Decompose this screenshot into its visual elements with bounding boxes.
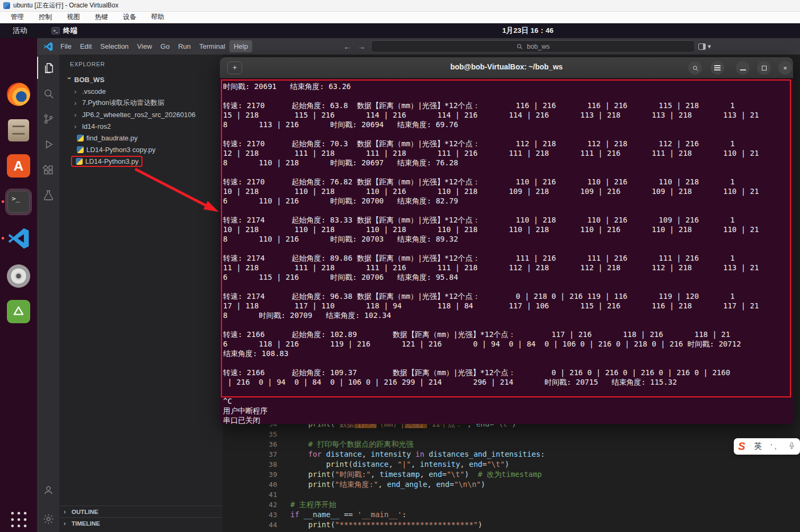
terminal-titlebar[interactable]: + bob@bob-VirtualBox: ~/bob_ws × [220, 57, 793, 78]
dock-firefox[interactable] [6, 82, 31, 107]
line-number: 44 [223, 520, 277, 530]
chevron-down-icon: ▾ [707, 42, 711, 50]
sogou-logo-icon[interactable]: S [738, 440, 745, 453]
extensions-icon[interactable] [37, 158, 59, 181]
vscode-menubar: File Edit Selection View Go Run Terminal… [37, 38, 800, 55]
activities-button[interactable]: 活动 [8, 25, 31, 37]
code-text: print(distance, "|", intensity, end="\t"… [277, 459, 509, 469]
code-editor[interactable]: 34 print("数据【距离（mm）|光强】*12个点：", end="\t"… [223, 419, 797, 530]
line-number: 41 [223, 490, 277, 500]
vscode-menu-item[interactable]: Go [156, 40, 174, 52]
vscode-menu-item[interactable]: Help [229, 40, 252, 52]
terminal-search-button[interactable] [688, 61, 702, 75]
code-text: print("时间戳:", timestamp, end="\t") # 改为t… [277, 469, 542, 480]
clock[interactable]: 1月23日 16：46 [502, 26, 554, 36]
code-line[interactable]: 38 print(distance, "|", intensity, end="… [223, 459, 797, 469]
code-line[interactable]: 35 [223, 429, 797, 439]
dock-vscode[interactable] [6, 226, 31, 251]
code-line[interactable]: 43if __name__ == '__main__': [223, 510, 797, 520]
explorer-item-label: JP6.2_wheeltec_ros2_src_20260106 [82, 111, 195, 119]
dock-recycle[interactable] [6, 299, 31, 324]
virtualbox-menu-item[interactable]: 热键 [88, 12, 114, 23]
vscode-menu-item[interactable]: Selection [96, 40, 132, 52]
dock-terminal[interactable]: >_ [6, 189, 31, 215]
python-file-icon [77, 135, 84, 141]
outline-label: OUTLINE [72, 509, 98, 515]
code-line[interactable]: 40 print("结束角度:", end_angle, end="\n\n") [223, 480, 797, 490]
close-button[interactable]: × [778, 61, 792, 75]
focused-app-menu[interactable]: >_ 终端 [51, 26, 77, 36]
source-control-icon[interactable] [37, 108, 59, 130]
hamburger-menu-button[interactable] [710, 61, 724, 75]
terminal-app-icon: >_ [51, 27, 60, 34]
settings-gear-icon[interactable] [37, 508, 59, 530]
screen: ubuntu [正在运行] - Oracle VirtualBox 管理 控制 … [0, 0, 800, 532]
testing-icon[interactable] [37, 184, 59, 206]
ime-toolbar[interactable]: S 英 '， [734, 438, 800, 455]
dock-ubuntu-software[interactable]: A [6, 153, 31, 179]
workspace-root-label: BOB_WS [74, 76, 104, 84]
code-line[interactable]: 41 [223, 490, 797, 500]
virtualbox-menu-item[interactable]: 设备 [117, 12, 143, 23]
account-icon[interactable] [37, 478, 59, 501]
microphone-icon[interactable] [788, 441, 796, 453]
code-line[interactable]: 42# 主程序开始 [223, 500, 797, 510]
code-line[interactable]: 39 print("时间戳:", timestamp, end="\t") # … [223, 469, 797, 480]
explorer-icon[interactable] [37, 57, 59, 79]
virtualbox-menu-item[interactable]: 视图 [60, 12, 86, 23]
search-icon[interactable] [37, 82, 59, 104]
show-applications-button[interactable] [9, 510, 28, 529]
virtualbox-menu-item[interactable]: 控制 [32, 12, 58, 23]
explorer-tree: › BOB_WS › .vscode › [59, 74, 223, 167]
explorer-item-label: 7.Python读取乐动雷达数据 [82, 98, 164, 108]
explorer-item[interactable]: › find_baudrate.py [59, 132, 223, 144]
terminal-window: + bob@bob-VirtualBox: ~/bob_ws × 时间戳: 20… [220, 57, 793, 424]
vscode-menu-item[interactable]: Run [174, 40, 195, 52]
virtualbox-menu-item[interactable]: 帮助 [145, 12, 171, 23]
code-line[interactable]: 44 print("******************************… [223, 520, 797, 530]
terminal-icon: >_ [7, 191, 30, 213]
explorer-item[interactable]: › JP6.2_wheeltec_ros2_src_20260106 [59, 109, 223, 120]
run-debug-icon[interactable] [37, 133, 59, 155]
nav-forward-arrow[interactable]: → [354, 41, 369, 52]
layout-toggle-button[interactable]: ▾ [698, 42, 711, 50]
code-line[interactable]: 37 for distance, intensity in distances_… [223, 449, 797, 459]
workspace-root-item[interactable]: › BOB_WS [59, 74, 223, 85]
explorer-item[interactable]: › .vscode [59, 85, 223, 97]
vscode-menu-item[interactable]: Terminal [195, 40, 229, 52]
dock-media-player[interactable] [6, 263, 31, 289]
python-file-icon [76, 158, 83, 165]
ime-language-toggle[interactable]: 英 [754, 441, 762, 451]
vscode-menu-item[interactable]: View [133, 40, 156, 52]
terminal-content[interactable]: 时间戳: 20691 结束角度: 63.26 转速: 2170 起始角度: 63… [220, 78, 793, 424]
explorer-item[interactable]: › ld14-ros2 [59, 120, 223, 132]
firefox-icon [7, 83, 30, 106]
vscode-activity-bar [37, 55, 59, 532]
terminal-window-title: bob@bob-VirtualBox: ~/bob_ws [220, 63, 793, 71]
timeline-label: TIMELINE [72, 520, 100, 527]
vscode-menu-item[interactable]: File [56, 40, 76, 52]
nav-back-arrow[interactable]: ← [340, 41, 354, 52]
timeline-section-header[interactable]: › TIMELINE [59, 517, 223, 529]
line-number: 42 [223, 500, 277, 510]
ime-punctuation-toggle[interactable]: '， [771, 442, 779, 451]
command-center-search[interactable]: bob_ws [371, 40, 695, 52]
code-line[interactable]: 36 # 打印每个数据点的距离和光强 [223, 439, 797, 449]
explorer-panel-title: EXPLORER [59, 55, 223, 67]
ubuntu-dock: A >_ [0, 38, 37, 532]
code-text: # 打印每个数据点的距离和光强 [277, 439, 414, 449]
explorer-item[interactable]: › 7.Python读取乐动雷达数据 [59, 97, 223, 109]
virtualbox-menu-item[interactable]: 管理 [4, 12, 30, 23]
vscode-menu-item[interactable]: Edit [76, 40, 96, 52]
outline-section-header[interactable]: › OUTLINE [59, 506, 223, 517]
layout-icon [698, 43, 706, 50]
maximize-button[interactable] [757, 61, 771, 75]
explorer-item[interactable]: › LD14-Python3 copy.py [59, 144, 223, 155]
minimize-button[interactable] [736, 61, 750, 75]
explorer-item-label: LD14-Python3 copy.py [86, 146, 156, 154]
annotation-arrow [130, 162, 225, 217]
dock-files[interactable] [6, 118, 31, 143]
terminal-line: 用户中断程序 [223, 406, 268, 415]
explorer-item-label: find_baudrate.py [86, 134, 138, 142]
line-number: 40 [223, 480, 277, 490]
